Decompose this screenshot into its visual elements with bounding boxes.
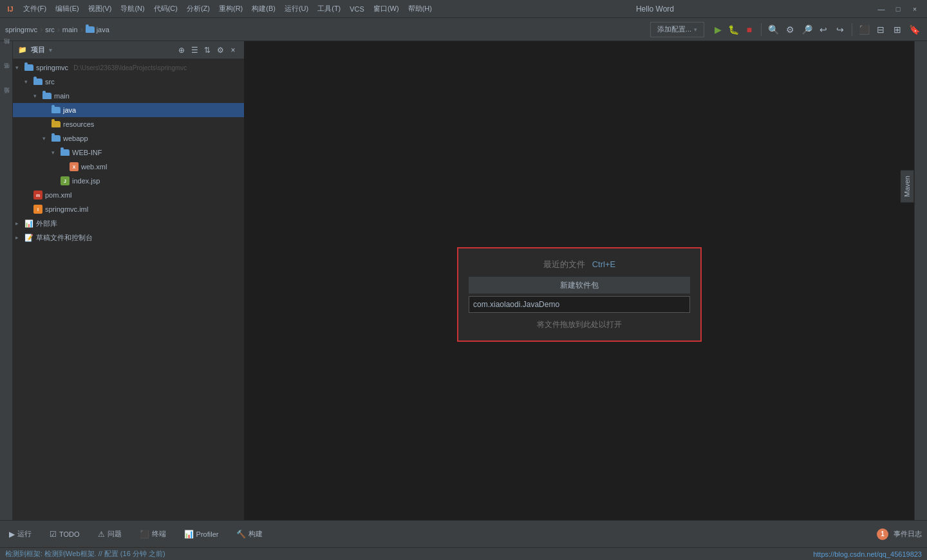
tree-extlib[interactable]: 📊 外部库 [13, 216, 244, 230]
tree-webinf-icon [61, 149, 70, 156]
tree-webxml-icon: X [70, 162, 79, 171]
new-package-dialog: 最近的文件 Ctrl+E 新建软件包 将文件拖放到此处以打开 [457, 247, 702, 342]
status-bar: 检测到框架: 检测到Web框架. // 配置 (16 分钟 之前) https:… [0, 547, 927, 560]
title-bar-menu: IJ 文件(F) 编辑(E) 视图(V) 导航(N) 代码(C) 分析(Z) 重… [5, 3, 436, 15]
tree-pomxml-icon: m [33, 191, 42, 200]
tree-java[interactable]: java [13, 103, 244, 117]
editor-area: 随处搜索 双击 Shift 转到文件 Ctrl+Shift+N 最近的文件 Ct… [245, 41, 914, 520]
tree-main[interactable]: main [13, 89, 244, 103]
status-url[interactable]: https://blog.csdn.net/qq_45619823 [813, 550, 922, 558]
tree-indexjsp[interactable]: J index.jsp [13, 174, 244, 188]
debug-button[interactable]: 🐛 [726, 23, 740, 37]
tree-root-arrow [15, 64, 22, 71]
status-link[interactable]: 检测到框架: 检测到Web框架. // 配置 (16 分钟 之前) [5, 550, 165, 557]
menu-code[interactable]: 代码(C) [150, 3, 182, 15]
tree-src-label: src [45, 78, 55, 86]
project-panel-header: 📁 项目 ▾ ⊕ ☰ ⇅ ⚙ × [13, 41, 244, 59]
dialog-package-label: 新建软件包 [469, 277, 690, 294]
todo-icon: ☑ [50, 530, 57, 539]
tree-main-arrow [33, 93, 40, 99]
status-message: 检测到框架: 检测到Web框架. // 配置 (16 分钟 之前) [5, 549, 165, 559]
project-add-btn[interactable]: ⊕ [176, 44, 187, 56]
app-logo: IJ [5, 4, 15, 14]
maximize-button[interactable]: □ [891, 2, 905, 16]
project-close-btn[interactable]: × [227, 44, 239, 56]
tree-webxml[interactable]: X web.xml [13, 160, 244, 174]
todo-btn[interactable]: ☑ TODO [46, 527, 84, 541]
project-dropdown-icon[interactable]: ▾ [49, 47, 52, 53]
tree-iml[interactable]: I springmvc.iml [13, 202, 244, 216]
menu-file[interactable]: 文件(F) [19, 3, 50, 15]
bookmark-button[interactable]: 🔖 [906, 22, 922, 37]
breadcrumb-main[interactable]: main [62, 26, 78, 33]
tree-webinf-arrow [52, 149, 58, 156]
sidebar-icon-1[interactable]: 结构 [1, 44, 12, 54]
menu-window[interactable]: 窗口(W) [370, 3, 403, 15]
dialog-package-input[interactable] [469, 296, 690, 313]
project-settings-btn[interactable]: ⚙ [214, 44, 226, 56]
sidebar-icon-3[interactable]: 通知 [1, 93, 12, 103]
layout-button[interactable]: ⊟ [873, 22, 888, 37]
menu-tools[interactable]: 工具(T) [314, 3, 344, 15]
tree-src[interactable]: src [13, 75, 244, 89]
build-btn[interactable]: 🔨 构建 [232, 527, 267, 541]
csdn-link[interactable]: https://blog.csdn.net/qq_45619823 [813, 550, 922, 558]
bottom-right: 1 事件日志 [877, 528, 922, 540]
terminal-btn[interactable]: ⬛ 终端 [136, 527, 170, 541]
terminal-button[interactable]: ⬛ [856, 22, 872, 37]
zoom-button[interactable]: ⊞ [890, 22, 905, 37]
bottom-bar: ▶ 运行 ☑ TODO ⚠ 问题 ⬛ 终端 📊 Profiler 🔨 构建 1 … [0, 520, 927, 547]
menu-navigate[interactable]: 导航(N) [117, 3, 148, 15]
menu-view[interactable]: 视图(V) [84, 3, 116, 15]
tree-webinf[interactable]: WEB-INF [13, 145, 244, 160]
problems-btn[interactable]: ⚠ 问题 [94, 527, 126, 541]
tree-root[interactable]: springmvc D:\Users\23638\IdeaProjects\sp… [13, 61, 244, 75]
dialog-drop-hint: 将文件拖放到此处以打开 [469, 319, 690, 330]
run-bottom-btn[interactable]: ▶ 运行 [5, 527, 35, 541]
tree-webapp[interactable]: webapp [13, 131, 244, 145]
menu-analyze[interactable]: 分析(Z) [183, 3, 214, 15]
window-title: Hello Word [636, 5, 674, 14]
stop-button[interactable]: ■ [742, 22, 757, 37]
sidebar-icon-2[interactable]: 书签 [1, 68, 12, 79]
title-bar: IJ 文件(F) 编辑(E) 视图(V) 导航(N) 代码(C) 分析(Z) 重… [0, 0, 927, 18]
project-breadcrumb: springmvc › src › main › java [5, 25, 109, 34]
close-button[interactable]: × [908, 2, 922, 16]
breadcrumb-project[interactable]: springmvc [5, 26, 37, 33]
maven-panel-label[interactable]: Maven [901, 170, 914, 203]
inspect-button[interactable]: 🔎 [799, 22, 814, 37]
toolbar-divider [761, 23, 762, 36]
tree-resources-label: resources [63, 120, 94, 128]
search-button[interactable]: 🔍 [765, 22, 781, 37]
project-sort-btn[interactable]: ⇅ [201, 44, 213, 56]
profiler-btn[interactable]: 📊 Profiler [180, 527, 223, 541]
add-config-button[interactable]: 添加配置... ▾ [650, 22, 704, 37]
undo-button[interactable]: ↩ [816, 22, 831, 37]
java-folder-icon [86, 26, 95, 33]
breadcrumb-sep2: › [57, 25, 60, 34]
menu-vcs[interactable]: VCS [346, 4, 368, 14]
project-list-btn[interactable]: ☰ [189, 44, 200, 56]
tree-indexjsp-label: index.jsp [72, 177, 100, 185]
menu-help[interactable]: 帮助(H) [404, 3, 436, 15]
tree-resources[interactable]: resources [13, 117, 244, 131]
menu-build[interactable]: 构建(B) [248, 3, 279, 15]
settings-button[interactable]: ⚙ [782, 22, 798, 37]
dialog-title-label: 最近的文件 [543, 259, 585, 269]
build-icon: 🔨 [236, 530, 246, 539]
tree-main-icon [42, 93, 52, 99]
left-sidebar: 结构 书签 通知 [0, 41, 13, 520]
run-button[interactable]: ▶ [711, 23, 725, 37]
profiler-label: Profiler [196, 530, 219, 538]
breadcrumb-src[interactable]: src [45, 26, 55, 33]
toolbar: springmvc › src › main › java 添加配置... ▾ … [0, 18, 927, 41]
breadcrumb-java[interactable]: java [86, 26, 109, 33]
menu-run[interactable]: 运行(U) [281, 3, 312, 15]
redo-button[interactable]: ↪ [832, 22, 848, 37]
menu-refactor[interactable]: 重构(R) [215, 3, 247, 15]
menu-edit[interactable]: 编辑(E) [52, 3, 83, 15]
notification-badge[interactable]: 1 [877, 528, 888, 540]
tree-scratch[interactable]: 📝 草稿文件和控制台 [13, 230, 244, 245]
minimize-button[interactable]: — [874, 2, 888, 16]
tree-pomxml[interactable]: m pom.xml [13, 188, 244, 202]
